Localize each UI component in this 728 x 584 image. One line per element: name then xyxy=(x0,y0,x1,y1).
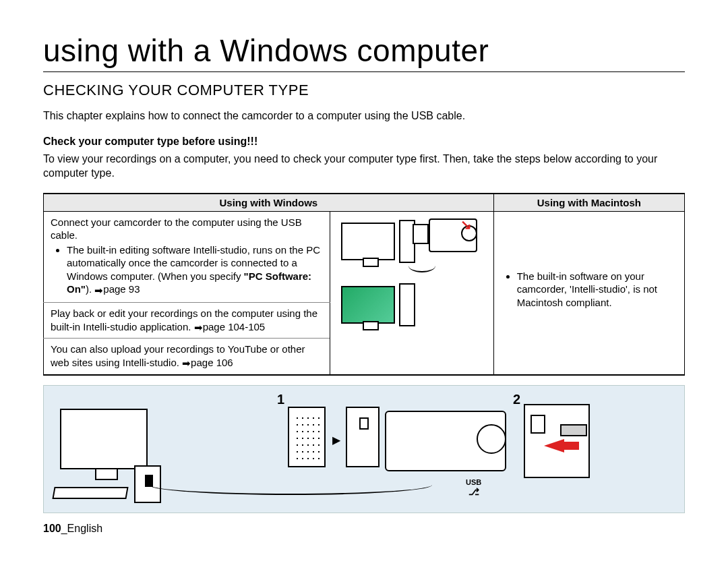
camcorder-icon: ↘ xyxy=(429,218,477,252)
page-footer: 100_English xyxy=(43,523,685,535)
pc-tower-icon xyxy=(399,283,415,326)
macintosh-cell: The built-in software on your camcorder,… xyxy=(493,211,684,374)
camcorder-large-icon xyxy=(385,411,506,471)
usb-port-closeup-icon xyxy=(524,404,590,478)
page-title: using with a Windows computer xyxy=(43,32,685,72)
monitor-icon xyxy=(60,409,148,469)
camcorder-panel-closed-icon xyxy=(288,407,326,467)
usb-label-text: USB xyxy=(466,478,481,486)
step-number-1: 1 xyxy=(277,392,284,407)
keyboard-icon xyxy=(52,487,128,499)
monitor-icon xyxy=(341,223,395,260)
row1-pageref: page 93 xyxy=(103,283,140,295)
page-number: 100 xyxy=(43,523,61,534)
os-table: Using with Windows Using with Macintosh … xyxy=(43,193,685,376)
windows-row2: Play back or edit your recordings on the… xyxy=(44,303,330,339)
row1-bullet-post: ). xyxy=(86,283,94,295)
pageref-arrow-icon: ➡ xyxy=(194,321,203,334)
illustration-camcorder-to-pc: ↘ xyxy=(334,216,489,276)
red-arrow-icon: ↘ xyxy=(460,216,472,233)
mac-bullet: The built-in software on your camcorder,… xyxy=(517,270,677,310)
chevron-right-icon: ▶ xyxy=(332,434,340,446)
usb-cable-icon xyxy=(149,475,432,495)
row2-pageref: page 104-105 xyxy=(203,321,266,332)
camcorder-panel-open-icon xyxy=(346,407,380,467)
row2-text: Play back or edit your recordings on the… xyxy=(51,308,317,332)
row1-bullet: The built-in editing software Intelli-st… xyxy=(67,243,323,297)
windows-illustration-cell: ↘ xyxy=(330,211,493,374)
col-header-macintosh: Using with Macintosh xyxy=(493,194,684,212)
monitor-playback-icon xyxy=(341,286,395,324)
usb-symbol-icon: ⎇ xyxy=(468,486,479,497)
red-arrow-icon xyxy=(544,439,564,452)
connection-diagram: 1 ▶ 2 USB ⎇ xyxy=(43,385,685,513)
check-heading: Check your computer type before using!!! xyxy=(43,136,685,148)
usb-plug-icon xyxy=(560,424,587,436)
usb-label: USB ⎇ xyxy=(466,478,481,497)
row3-pageref: page 106 xyxy=(191,357,233,368)
usb-cable-icon xyxy=(408,259,435,272)
pageref-arrow-icon: ➡ xyxy=(182,357,191,370)
windows-row1: Connect your camcorder to the computer u… xyxy=(44,211,330,302)
intro-text: This chapter explains how to connect the… xyxy=(43,109,685,123)
col-header-windows: Using with Windows xyxy=(44,194,494,212)
section-title: CHECKING YOUR COMPUTER TYPE xyxy=(43,82,685,99)
row1-intro: Connect your camcorder to the computer u… xyxy=(51,216,302,241)
footer-lang: _English xyxy=(61,523,102,534)
illustration-playback-pc xyxy=(334,279,489,347)
check-body: To view your recordings on a computer, y… xyxy=(43,152,685,181)
row3-text: You can also upload your recordings to Y… xyxy=(51,343,305,368)
windows-row3: You can also upload your recordings to Y… xyxy=(44,339,330,375)
pageref-arrow-icon: ➡ xyxy=(94,284,103,297)
step-number-2: 2 xyxy=(513,392,520,407)
